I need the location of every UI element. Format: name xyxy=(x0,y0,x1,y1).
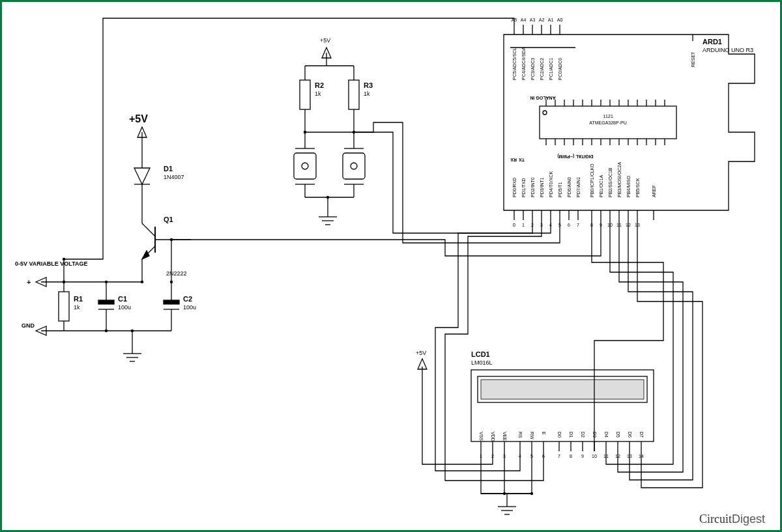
svg-text:10: 10 xyxy=(592,454,597,458)
svg-point-34 xyxy=(170,281,173,283)
svg-rect-24 xyxy=(98,300,114,304)
c1-ref: C1 xyxy=(118,295,127,303)
label-5v-main: +5V xyxy=(129,113,148,124)
resistor-r1 xyxy=(59,282,69,331)
svg-text:PB4/MISO: PB4/MISO xyxy=(626,175,631,197)
svg-text:D1: D1 xyxy=(569,432,573,438)
svg-text:9: 9 xyxy=(581,454,584,458)
arrow-5v-buttons xyxy=(322,48,331,66)
svg-text:RS: RS xyxy=(518,432,523,438)
d1-val: 1N4007 xyxy=(164,174,184,180)
analog-pins: A5 A4 A3 A2 A1 A0 PC5/ADC5/SCL PC4/ADC4/… xyxy=(512,18,563,80)
svg-point-33 xyxy=(170,238,173,241)
lcd-pins xyxy=(481,441,641,451)
svg-text:6: 6 xyxy=(568,223,570,227)
svg-rect-28 xyxy=(164,300,179,304)
ground-lcd xyxy=(498,494,516,514)
svg-text:A3: A3 xyxy=(530,18,536,22)
ground-buttons xyxy=(319,197,337,225)
svg-text:PB3/MOSI/OC2A: PB3/MOSI/OC2A xyxy=(617,162,622,197)
svg-text:1: 1 xyxy=(522,223,525,227)
c2-ref: C2 xyxy=(183,295,192,303)
svg-rect-168 xyxy=(481,380,644,399)
out-plus-arrow xyxy=(36,277,64,287)
q1-val: 2N2222 xyxy=(166,270,187,277)
logo: CircuitDigest xyxy=(699,512,765,525)
resistor-r2 xyxy=(300,66,310,132)
cap-c1 xyxy=(98,282,114,331)
cap-c2 xyxy=(164,282,179,331)
svg-rect-21 xyxy=(59,292,69,321)
arrow-5v-main xyxy=(138,127,147,150)
svg-text:D5: D5 xyxy=(616,432,620,438)
r3-val: 1k xyxy=(364,91,370,97)
svg-text:PB5/SCK: PB5/SCK xyxy=(635,178,640,197)
svg-text:0: 0 xyxy=(513,223,515,227)
svg-text:VDD: VDD xyxy=(491,432,495,441)
r2-ref: R2 xyxy=(315,81,324,89)
svg-rect-48 xyxy=(300,80,310,109)
svg-text:PC4/ADC4/SDA: PC4/ADC4/SDA xyxy=(521,47,526,80)
chip-label: ATMEGA328P-PU xyxy=(589,120,626,125)
svg-text:PD4/T0/XCK: PD4/T0/XCK xyxy=(549,171,553,197)
lcd-val: LM016L xyxy=(471,359,493,366)
schematic-svg: +5V D1 1N4007 Q1 2N2222 0-5V VARIABLE VO… xyxy=(2,2,780,530)
svg-text:PD3/INT1: PD3/INT1 xyxy=(540,177,544,197)
svg-text:PD0/RXD: PD0/RXD xyxy=(512,178,517,197)
net-vss-gnd xyxy=(481,451,532,494)
ard-val: ARDUINO UNO R3 xyxy=(702,47,753,53)
svg-text:VEE: VEE xyxy=(502,432,507,441)
svg-text:PD7/AIN1: PD7/AIN1 xyxy=(576,177,581,197)
svg-text:VSS: VSS xyxy=(479,432,484,441)
var-voltage-label: 0-5V VARIABLE VOLTAGE xyxy=(15,260,88,267)
svg-text:PD1/TXD: PD1/TXD xyxy=(521,178,526,197)
svg-text:RW: RW xyxy=(530,432,534,440)
tx-label: TX xyxy=(519,158,525,162)
r3-ref: R3 xyxy=(364,81,373,89)
svg-text:PB1/OC1A: PB1/OC1A xyxy=(599,175,603,197)
svg-rect-51 xyxy=(349,80,359,109)
r1-val: 1k xyxy=(74,304,80,311)
svg-point-211 xyxy=(63,258,65,260)
svg-text:7: 7 xyxy=(558,454,560,458)
net-feedback xyxy=(64,18,514,282)
svg-point-64 xyxy=(351,163,357,169)
label-5v-lcd: +5V xyxy=(416,350,426,356)
svg-text:PB0/ICP1/CLKO: PB0/ICP1/CLKO xyxy=(590,163,594,197)
out-gnd-arrow xyxy=(36,326,64,335)
net-btn2 xyxy=(354,122,560,243)
label-5v-buttons: +5V xyxy=(320,37,330,44)
lcd-ref: LCD1 xyxy=(471,350,490,358)
r2-val: 1k xyxy=(315,91,321,97)
svg-marker-11 xyxy=(142,251,149,259)
gnd-label: GND xyxy=(22,322,35,329)
svg-text:PD2/INT0: PD2/INT0 xyxy=(530,177,535,197)
reset: RESET xyxy=(691,51,695,67)
net-pwm xyxy=(191,220,601,256)
svg-text:A0: A0 xyxy=(557,18,563,22)
svg-text:A1: A1 xyxy=(548,18,554,22)
schematic-frame: +5V D1 1N4007 Q1 2N2222 0-5V VARIABLE VO… xyxy=(0,0,782,532)
svg-text:PD6/AIN0: PD6/AIN0 xyxy=(567,177,572,197)
svg-line-7 xyxy=(142,223,155,236)
chip-num: 1121 xyxy=(603,114,613,119)
svg-text:PB2/SS/OC1B: PB2/SS/OC1B xyxy=(608,167,613,197)
button-1 xyxy=(294,132,316,197)
svg-text:D2: D2 xyxy=(581,432,585,438)
analog-in: ANALOG IN xyxy=(530,96,555,100)
svg-text:E: E xyxy=(542,432,546,435)
lcd-block xyxy=(471,370,654,441)
svg-text:PC0/ADC0: PC0/ADC0 xyxy=(558,58,562,80)
svg-marker-3 xyxy=(134,168,150,184)
lcd-pin-labels: VSS VDD VEE RS RW E D0 D1 D2 D3 D4 D5 D6… xyxy=(479,432,644,458)
q1-ref: Q1 xyxy=(164,216,173,223)
diode-d1 xyxy=(134,150,150,204)
svg-point-58 xyxy=(302,163,308,169)
svg-text:AREF: AREF xyxy=(652,185,656,197)
svg-text:8: 8 xyxy=(570,454,572,458)
svg-text:D6: D6 xyxy=(628,432,632,438)
svg-text:A4: A4 xyxy=(521,18,527,22)
r1-ref: R1 xyxy=(74,295,83,303)
svg-text:A2: A2 xyxy=(539,18,545,22)
button-2 xyxy=(343,132,365,197)
